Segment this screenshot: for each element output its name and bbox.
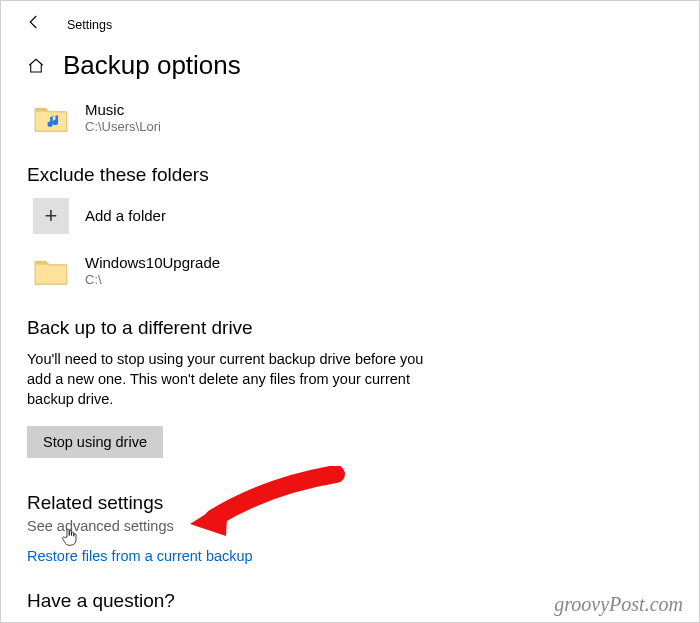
folder-path: C:\ (85, 272, 220, 289)
restore-files-link[interactable]: Restore files from a current backup (27, 548, 675, 564)
backup-folder-item[interactable]: Music C:\Users\Lori (27, 99, 675, 146)
window-title: Settings (67, 18, 112, 32)
back-arrow-icon[interactable] (25, 13, 47, 36)
plus-icon: + (33, 198, 69, 234)
stop-using-drive-button[interactable]: Stop using drive (27, 426, 163, 458)
add-folder-label: Add a folder (85, 207, 166, 224)
diff-drive-heading: Back up to a different drive (27, 317, 675, 339)
home-icon[interactable] (27, 57, 45, 75)
watermark: groovyPost.com (554, 593, 683, 616)
music-folder-icon (33, 103, 69, 133)
window-header: Settings (1, 1, 699, 40)
folder-path: C:\Users\Lori (85, 119, 161, 136)
related-heading: Related settings (27, 492, 675, 514)
exclude-heading: Exclude these folders (27, 164, 675, 186)
see-advanced-settings-link[interactable]: See advanced settings (27, 518, 675, 534)
page-title: Backup options (63, 50, 241, 81)
diff-drive-description: You'll need to stop using your current b… (27, 349, 447, 410)
folder-name: Windows10Upgrade (85, 254, 220, 272)
folder-name: Music (85, 101, 161, 119)
add-folder-button[interactable]: + Add a folder (27, 196, 675, 242)
folder-icon (33, 256, 69, 286)
excluded-folder-item[interactable]: Windows10Upgrade C:\ (27, 252, 675, 299)
